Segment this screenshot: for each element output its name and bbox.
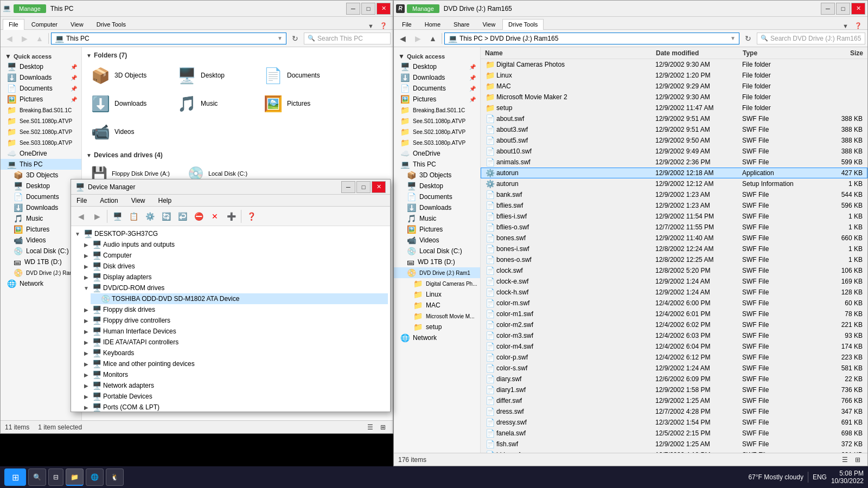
right-file-row[interactable]: 📄 bank.swf 12/9/2002 1:23 AM SWF File 54… [481,189,867,200]
left-sidebar-thispc[interactable]: 💻This PC [1,159,81,170]
left-tab-computer[interactable]: Computer [25,19,63,29]
dm-menu-help[interactable]: Help [155,196,175,206]
start-button[interactable]: ⊞ [4,468,26,486]
left-folder-downloads[interactable]: ⬇️ Downloads [86,91,170,117]
right-file-row[interactable]: 📁 Linux 12/9/2002 1:20 PM File folder [481,70,867,81]
right-minimize-button[interactable]: ─ [821,3,835,15]
right-file-row[interactable]: 📄 color-m2.swf 12/4/2002 6:02 PM SWF Fil… [481,319,867,330]
right-sidebar-dvd[interactable]: 📀DVD Drive (J:) Ram1 [394,267,480,278]
dm-device-item[interactable]: ▼ 🖥️ DVD/CD-ROM drives [82,282,388,293]
left-up-button[interactable]: ▲ [33,32,46,45]
left-folder-3dobjects[interactable]: 📦 3D Objects [86,62,170,88]
right-file-row[interactable]: 📄 about3.swf 12/9/2002 9:51 AM SWF File … [481,124,867,135]
right-sidebar-mac[interactable]: 📁MAC [394,300,480,311]
right-sidebar-thispc[interactable]: 💻This PC [394,159,480,170]
dm-device-item[interactable]: ▶ 🖥️ Portable Devices [82,391,388,402]
left-view-large-btn[interactable]: ⊞ [378,422,388,432]
left-sidebar-documents[interactable]: 📄Documents📌 [1,83,81,94]
left-folder-videos[interactable]: 📹 Videos [86,119,170,145]
right-file-row[interactable]: 📄 about5.swf 12/9/2002 9:50 AM SWF File … [481,135,867,146]
left-maximize-button[interactable]: □ [361,3,375,15]
dm-close-button[interactable]: ✕ [372,181,386,193]
left-addr-dropdown[interactable]: ▼ [277,35,283,41]
right-addr-dropdown[interactable]: ▼ [730,35,736,41]
left-sidebar-breaking[interactable]: 📁Breaking.Bad.S01.1C [1,105,81,115]
left-search-box[interactable]: 🔍 Search This PC [304,33,391,44]
right-tab-home[interactable]: Home [419,19,446,29]
dm-menu-view[interactable]: View [128,196,149,206]
left-refresh-button[interactable]: ↻ [289,32,302,45]
left-back-button[interactable]: ◀ [3,32,16,45]
dm-menu-action[interactable]: Action [97,196,121,206]
right-file-row[interactable]: 📄 color-m1.swf 12/4/2002 6:01 PM SWF Fil… [481,309,867,319]
dm-maximize-button[interactable]: □ [356,181,371,193]
left-close-button[interactable]: ✕ [376,3,391,15]
right-help-btn[interactable]: ❓ [854,22,865,29]
right-file-row[interactable]: 📄 clock.swf 12/8/2002 5:20 PM SWF File 1… [481,265,867,276]
right-file-row[interactable]: 📄 clock-h.swf 12/9/2002 1:24 AM SWF File… [481,287,867,298]
left-view-details-btn[interactable]: ☰ [365,422,375,432]
right-file-row[interactable]: 📄 diary.swf 12/6/2002 6:09 PM SWF File 2… [481,374,867,384]
left-address-input[interactable]: 💻 This PC ▼ [51,33,286,44]
right-file-row[interactable]: 📄 diary1.swf 12/9/2002 1:58 PM SWF File … [481,384,867,395]
dm-btn-disable[interactable]: ⛔ [191,209,206,224]
right-file-row[interactable]: 📄 color-m3.swf 12/4/2002 6:03 PM SWF Fil… [481,330,867,341]
right-maximize-button[interactable]: □ [836,3,850,15]
dm-device-item[interactable]: ▶ 🖥️ Keyboards [82,348,388,358]
right-sidebar-quickaccess[interactable]: ▼ Quick access [394,49,480,61]
right-ribbon-arrow[interactable]: ▼ [843,23,853,29]
dm-device-item[interactable]: ▶ 🖥️ Disk drives [82,261,388,272]
right-sidebar-pictures2[interactable]: 🖼️Pictures [394,224,480,235]
left-sidebar-downloads2[interactable]: ⬇️Downloads [1,202,81,213]
right-file-row[interactable]: 📄 color-m.swf 12/4/2002 6:00 PM SWF File… [481,298,867,309]
right-sidebar-3dobjects[interactable]: 📦3D Objects [394,170,480,181]
dm-btn-list[interactable]: 📋 [126,209,141,224]
right-sidebar-wd1tb[interactable]: 🖴WD 1TB (D:) [394,256,480,267]
right-sidebar-localdisk[interactable]: 💿Local Disk (C:) [394,246,480,256]
left-sidebar-see-s01[interactable]: 📁See.S01.1080p.ATVP [1,115,81,126]
dm-btn-update[interactable]: 🔄 [158,209,174,224]
right-file-row[interactable]: 📄 color-s.swf 12/9/2002 1:24 AM SWF File… [481,363,867,374]
right-sidebar-desktop2[interactable]: 🖥️Desktop [394,181,480,191]
right-file-row[interactable]: 📁 MAC 12/9/2002 9:29 AM File folder [481,81,867,92]
left-sidebar-desktop[interactable]: 🖥️Desktop📌 [1,61,81,72]
dm-device-child-item[interactable]: 💿 TOSHIBA ODD-DVD SD-M1802 ATA Device [91,293,388,304]
left-minimize-button[interactable]: ─ [346,3,360,15]
left-sidebar-desktop2[interactable]: 🖥️Desktop [1,181,81,191]
dm-device-item[interactable]: ▶ 🖥️ Monitors [82,369,388,380]
right-sidebar-linux[interactable]: 📁Linux [394,289,480,300]
right-col-name[interactable]: Name [483,49,654,57]
right-tab-file[interactable]: File [396,19,418,29]
left-forward-button[interactable]: ▶ [18,32,31,45]
right-view-details-btn[interactable]: ☰ [839,455,850,465]
dm-device-item[interactable]: ▶ 🖥️ Computer [82,250,388,261]
dm-btn-computer[interactable]: 🖥️ [110,209,125,224]
right-file-row[interactable]: ⚙️ autorun 12/9/2002 12:18 AM Applicatio… [481,168,867,178]
left-sidebar-quickaccess[interactable]: ▼ Quick access [1,49,81,61]
right-sidebar-digitalcameras[interactable]: 📁Digital Cameras Ph... [394,278,480,289]
left-devices-section-title[interactable]: ▼ Devices and drives (4) [86,151,388,159]
dm-device-item[interactable]: ▶ 🖥️ Network adapters [82,380,388,391]
right-file-row[interactable]: 📄 bones-i.swf 12/8/2002 12:24 AM SWF Fil… [481,243,867,254]
left-tab-file[interactable]: File [3,19,24,30]
taskbar-other[interactable]: 🐧 [106,468,124,486]
right-file-row[interactable]: 📄 bflies-i.swf 12/9/2002 11:54 PM SWF Fi… [481,211,867,222]
dm-btn-remove[interactable]: ✕ [207,209,222,224]
left-help-btn[interactable]: ❓ [380,22,391,29]
left-ribbon-arrow[interactable]: ▼ [368,23,379,29]
left-sidebar-see-s02[interactable]: 📁See.S02.1080p.ATVP [1,126,81,137]
right-file-row[interactable]: ⚙️ autorun 12/9/2002 12:12 AM Setup Info… [481,178,867,189]
dm-btn-back[interactable]: ◀ [73,209,88,224]
right-file-row[interactable]: 📄 clock-e.swf 12/9/2002 1:24 AM SWF File… [481,276,867,287]
taskbar-chrome[interactable]: 🌐 [86,468,104,486]
right-sidebar-see-s02[interactable]: 📁See.S02.1080p.ATVP [394,126,480,137]
right-sidebar-downloads2[interactable]: ⬇️Downloads [394,202,480,213]
left-folder-desktop[interactable]: 🖥️ Desktop [173,62,257,88]
right-file-row[interactable]: 📄 bflies-o.swf 12/7/2002 11:55 PM SWF Fi… [481,222,867,233]
right-file-row[interactable]: 📁 Microsoft Movie Maker 2 12/9/2002 9:30… [481,92,867,102]
right-sidebar-documents[interactable]: 📄Documents📌 [394,83,480,94]
left-sidebar-pictures[interactable]: 🖼️Pictures📌 [1,94,81,105]
right-file-row[interactable]: 📄 animals.swf 12/9/2002 2:36 PM SWF File… [481,157,867,168]
dm-menu-file[interactable]: File [73,196,90,206]
dm-minimize-button[interactable]: ─ [341,181,355,193]
